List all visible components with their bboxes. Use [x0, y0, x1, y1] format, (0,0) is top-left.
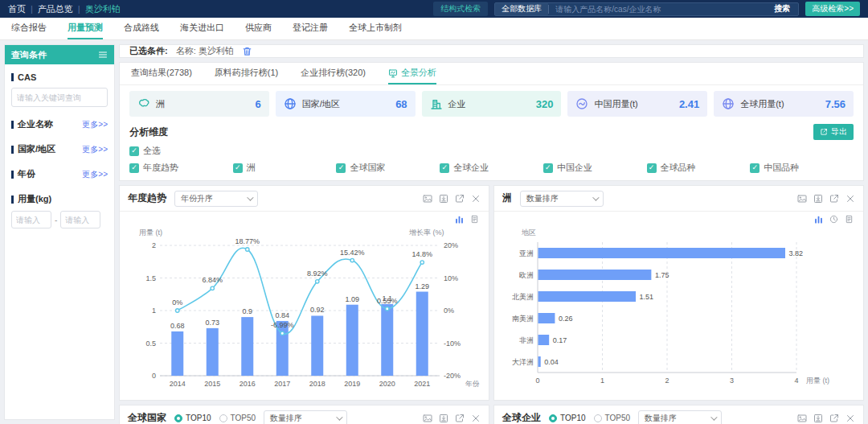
expand-icon[interactable] — [829, 414, 839, 423]
image-icon[interactable] — [797, 194, 807, 204]
close-icon[interactable] — [471, 414, 481, 423]
clock-icon[interactable] — [829, 215, 838, 224]
bar-chart-icon[interactable] — [814, 215, 823, 224]
main-nav-tabs: 综合报告 用量预测 合成路线 海关进出口 供应商 登记注册 全球上市制剂 — [0, 18, 868, 40]
annual-sort-select[interactable]: 年份升序 — [174, 191, 258, 207]
stat-card-country-region: 国家/地区 68 — [276, 91, 416, 117]
breadcrumb-home[interactable]: 首页 — [8, 3, 26, 15]
bar-chart-icon[interactable] — [455, 215, 464, 224]
tab-panorama-analysis[interactable]: 全景分析 — [388, 63, 436, 84]
cas-input[interactable] — [11, 88, 108, 107]
expand-icon[interactable] — [455, 194, 465, 204]
expand-icon[interactable] — [829, 194, 839, 204]
checkbox-global-companies[interactable]: 全球企业 — [440, 162, 543, 174]
search-button[interactable]: 搜索 — [766, 3, 798, 14]
svg-text:0.9: 0.9 — [242, 307, 252, 315]
svg-text:0.73: 0.73 — [205, 319, 219, 327]
stat-label: 中国用量(t) — [594, 98, 637, 110]
svg-text:2018: 2018 — [309, 380, 326, 388]
monitor-icon — [388, 68, 398, 78]
tab-company-ranking[interactable]: 企业排行榜(320) — [301, 63, 366, 84]
download-icon[interactable] — [813, 194, 823, 204]
image-icon[interactable] — [423, 414, 432, 423]
trash-icon[interactable] — [242, 46, 252, 56]
svg-text:大洋洲: 大洋洲 — [512, 358, 534, 366]
global-countries-panel: 全球国家 TOP10 TOP50 数量排序 — [119, 405, 489, 424]
menu-icon[interactable] — [98, 50, 108, 60]
stat-value: 320 — [536, 98, 554, 110]
checkbox-label: 全球国家 — [350, 162, 385, 174]
stat-label: 全球用量(t) — [740, 98, 784, 110]
svg-text:0%: 0% — [444, 307, 454, 315]
radio-label: TOP10 — [560, 414, 586, 422]
svg-text:0.26: 0.26 — [559, 315, 573, 323]
checkbox-label: 全球企业 — [453, 162, 489, 174]
tab-comprehensive-report[interactable]: 综合报告 — [11, 18, 47, 39]
breadcrumb-separator: | — [78, 4, 80, 14]
china-usage-icon — [575, 97, 588, 110]
radio-top10[interactable]: TOP10 — [549, 414, 586, 422]
download-icon[interactable] — [439, 414, 448, 423]
countries-sort-select[interactable]: 数量排序 — [264, 410, 347, 424]
checkbox-china-companies[interactable]: 中国企业 — [543, 162, 647, 174]
close-icon[interactable] — [471, 194, 481, 204]
svg-text:10%: 10% — [444, 274, 458, 282]
continent-icon — [137, 97, 150, 110]
svg-text:2014: 2014 — [170, 380, 186, 388]
database-select[interactable]: 全部数据库 — [495, 3, 548, 15]
export-label: 导出 — [831, 126, 847, 138]
advanced-search-button[interactable]: 高级检索>> — [805, 2, 860, 16]
checkbox-continent[interactable]: 洲 — [233, 162, 337, 174]
companies-sort-select[interactable]: 数量排序 — [638, 410, 722, 424]
expand-icon[interactable] — [455, 414, 465, 423]
tab-customs-import-export[interactable]: 海关进出口 — [180, 18, 224, 39]
checkbox-china-varieties[interactable]: 中国品种 — [750, 162, 854, 174]
svg-text:1.51: 1.51 — [640, 293, 654, 301]
export-button[interactable]: 导出 — [813, 124, 854, 140]
checkbox-global-countries[interactable]: 全球国家 — [336, 162, 440, 174]
structure-search-button[interactable]: 结构式检索 — [433, 2, 488, 16]
download-icon[interactable] — [813, 414, 823, 423]
close-icon[interactable] — [845, 194, 855, 204]
tab-usage-forecast[interactable]: 用量预测 — [68, 18, 103, 39]
tab-query-results[interactable]: 查询结果(2738) — [131, 63, 192, 84]
close-icon[interactable] — [845, 414, 855, 423]
year-more-link[interactable]: 更多>> — [82, 169, 108, 180]
header-search-area: 结构式检索 全部数据库 搜索 高级检索>> — [433, 2, 860, 16]
tab-global-marketed-formulations[interactable]: 全球上市制剂 — [349, 18, 402, 39]
image-icon[interactable] — [797, 414, 807, 423]
radio-top50[interactable]: TOP50 — [219, 414, 256, 422]
global-usage-icon — [722, 97, 735, 110]
download-icon[interactable] — [439, 194, 448, 204]
svg-text:2017: 2017 — [274, 380, 290, 388]
tab-registration[interactable]: 登记注册 — [293, 18, 328, 39]
tab-api-ranking[interactable]: 原料药排行榜(1) — [215, 63, 278, 84]
svg-text:3: 3 — [730, 377, 734, 385]
svg-text:2019: 2019 — [344, 380, 360, 388]
tab-synthesis-route[interactable]: 合成路线 — [124, 18, 159, 39]
usage-min-input[interactable] — [11, 211, 51, 228]
checkbox-global-varieties[interactable]: 全球品种 — [647, 162, 751, 174]
svg-text:1: 1 — [600, 377, 604, 385]
usage-max-input[interactable] — [60, 211, 100, 228]
breadcrumb-product-overview[interactable]: 产品总览 — [38, 3, 73, 15]
continent-sort-select[interactable]: 数量排序 — [520, 191, 604, 207]
checkbox-select-all[interactable]: 全选 — [129, 145, 161, 157]
svg-text:1.5: 1.5 — [145, 274, 156, 282]
tab-suppliers[interactable]: 供应商 — [245, 18, 272, 39]
country-more-link[interactable]: 更多>> — [82, 144, 108, 155]
breadcrumb-current-product[interactable]: 奥沙利铂 — [85, 3, 121, 15]
tab-label: 原料药排行榜(1) — [215, 67, 278, 79]
document-icon[interactable] — [845, 215, 854, 224]
top-header: 首页 | 产品总览 | 奥沙利铂 结构式检索 全部数据库 搜索 高级检索>> — [0, 0, 868, 18]
search-input[interactable] — [549, 5, 766, 14]
image-icon[interactable] — [423, 194, 432, 204]
radio-top10[interactable]: TOP10 — [174, 414, 211, 422]
search-group: 全部数据库 搜索 — [494, 2, 799, 16]
company-more-link[interactable]: 更多>> — [82, 119, 108, 130]
document-icon[interactable] — [470, 215, 479, 224]
radio-top50[interactable]: TOP50 — [594, 414, 631, 422]
select-value: 年份升序 — [181, 193, 213, 204]
checkbox-annual-trend[interactable]: 年度趋势 — [129, 162, 233, 174]
svg-text:0.17: 0.17 — [553, 336, 567, 344]
